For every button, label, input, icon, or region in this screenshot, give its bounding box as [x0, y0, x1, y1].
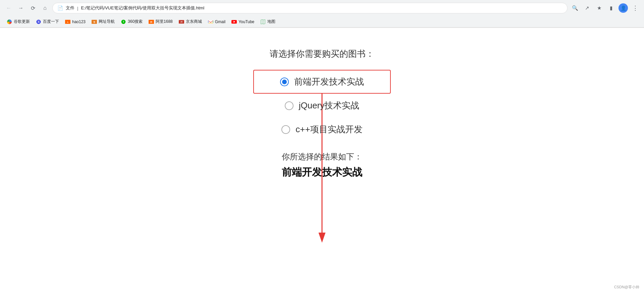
- bookmark-label: 百度一下: [43, 19, 59, 25]
- address-separator: |: [77, 6, 78, 11]
- menu-button[interactable]: ⋮: [631, 3, 640, 13]
- svg-text:阿: 阿: [150, 21, 153, 23]
- bookmark-label: YouTube: [238, 19, 254, 24]
- 360-icon: 3: [121, 19, 126, 25]
- radio-label-2: jQuery技术实战: [299, 100, 360, 111]
- page-title: 请选择你需要购买的图书：: [270, 48, 374, 60]
- bookmark-ali[interactable]: 阿 阿里1688: [146, 17, 175, 26]
- address-text: E:/笔记代码/VUE笔记/案例代码/使用双大括号实现文本插值.html: [81, 5, 204, 11]
- bookmark-map[interactable]: 地图: [258, 17, 278, 26]
- bookmark-label: 网址导航: [99, 19, 115, 25]
- map-icon: [260, 19, 266, 25]
- bookmark-google-update[interactable]: 谷歌更新: [4, 17, 33, 26]
- zoom-button[interactable]: 🔍: [570, 3, 580, 13]
- address-prefix: 文件: [66, 5, 74, 11]
- home-button[interactable]: ⌂: [40, 3, 50, 13]
- jd-icon: JD: [179, 19, 184, 25]
- radio-options: 前端开发技术实战 jQuery技术实战 c++项目实战开发: [253, 70, 391, 141]
- youtube-icon: [231, 19, 237, 25]
- back-button[interactable]: ←: [4, 3, 13, 13]
- file-icon: 📄: [57, 5, 63, 11]
- bookmark-label: 谷歌更新: [14, 19, 30, 25]
- svg-text:JD: JD: [180, 21, 182, 23]
- radio-label-1: 前端开发技术实战: [294, 76, 364, 88]
- bookmark-jd[interactable]: JD 京东商城: [176, 17, 205, 26]
- address-bar[interactable]: 📄 文件 | E:/笔记代码/VUE笔记/案例代码/使用双大括号实现文本插值.h…: [52, 3, 568, 13]
- radio-circle-1: [280, 78, 289, 86]
- title-bar: ← → ⟳ ⌂ 📄 文件 | E:/笔记代码/VUE笔记/案例代码/使用双大括号…: [0, 0, 644, 16]
- browser-chrome: ← → ⟳ ⌂ 📄 文件 | E:/笔记代码/VUE笔记/案例代码/使用双大括号…: [0, 0, 644, 28]
- bookmarks-bar: 谷歌更新 百 百度一下 h hao123 导 网址导航 3: [0, 16, 644, 28]
- bookmark-button[interactable]: ★: [594, 3, 604, 13]
- reload-button[interactable]: ⟳: [28, 3, 38, 13]
- gmail-icon: [208, 19, 213, 25]
- baidu-icon: 百: [36, 19, 41, 25]
- svg-text:h: h: [67, 21, 68, 23]
- page-content: 请选择你需要购买的图书： 前端开发技术实战 jQuery技术实战 c++项目实战…: [0, 28, 644, 291]
- bookmark-baidu[interactable]: 百 百度一下: [33, 17, 62, 26]
- bookmark-label: 地图: [267, 19, 275, 25]
- svg-marker-18: [261, 19, 265, 24]
- result-label: 你所选择的结果如下：: [282, 151, 362, 162]
- svg-text:导: 导: [93, 21, 95, 23]
- bookmark-label: hao123: [72, 19, 86, 24]
- result-value: 前端开发技术实战: [282, 165, 362, 179]
- bookmark-360[interactable]: 3 360搜索: [118, 17, 145, 26]
- bookmark-label: Gmail: [215, 19, 225, 24]
- bookmark-wangzhi[interactable]: 导 网址导航: [89, 17, 117, 26]
- google-icon: [7, 19, 12, 25]
- bookmark-youtube[interactable]: YouTube: [229, 18, 257, 26]
- forward-button[interactable]: →: [16, 3, 25, 13]
- ali-icon: 阿: [149, 19, 154, 25]
- svg-text:3: 3: [123, 20, 124, 23]
- radio-option-1[interactable]: 前端开发技术实战: [253, 70, 391, 94]
- svg-text:百: 百: [37, 20, 40, 23]
- wangzhi-icon: 导: [92, 19, 97, 25]
- bookmark-gmail[interactable]: Gmail: [205, 18, 228, 26]
- bookmark-label: 360搜索: [128, 19, 143, 25]
- radio-label-3: c++项目实战开发: [296, 124, 362, 135]
- watermark: CSDN@零小帅: [614, 285, 639, 290]
- radio-circle-2: [285, 101, 293, 110]
- radio-option-3[interactable]: c++项目实战开发: [255, 117, 389, 141]
- radio-option-2[interactable]: jQuery技术实战: [258, 94, 386, 117]
- bookmark-label: 阿里1688: [156, 19, 173, 25]
- hao123-icon: h: [65, 19, 70, 25]
- bookmark-label: 京东商城: [186, 19, 202, 25]
- bookmark-hao123[interactable]: h hao123: [62, 18, 88, 26]
- profile-button[interactable]: 👤: [619, 3, 628, 13]
- radio-circle-3: [281, 125, 290, 134]
- tablet-button[interactable]: ▮: [606, 3, 616, 13]
- share-button[interactable]: ↗: [582, 3, 592, 13]
